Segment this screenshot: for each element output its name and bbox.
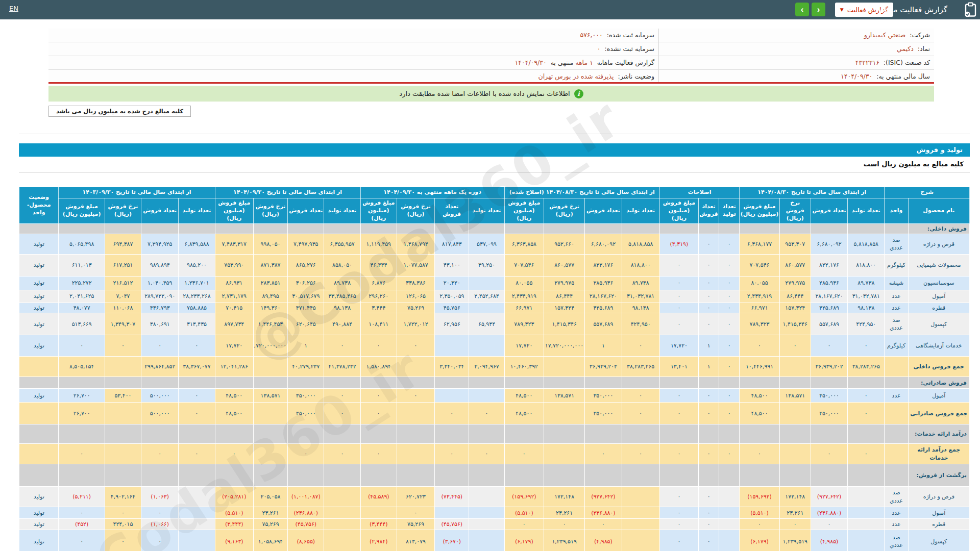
table-cell: ۲۷۹,۹۷۵ xyxy=(544,276,584,290)
table-cell: ۳۱,۰۳۲,۷۸۱ xyxy=(848,290,885,303)
section-cell xyxy=(59,424,105,444)
cell-value: ۴۸,۵۰۰ xyxy=(226,410,242,417)
section-cell xyxy=(288,377,324,389)
section-cell xyxy=(544,377,584,389)
section-cell xyxy=(811,377,847,389)
unit-cell: عدد xyxy=(885,519,908,530)
cell-value: ۰ xyxy=(121,538,125,545)
table-cell: ۲۳,۲۶۱ xyxy=(544,507,584,519)
section-cell xyxy=(360,223,397,234)
section-cell xyxy=(811,464,847,487)
table-cell: (۵,۵۱۰) xyxy=(504,507,544,519)
status-cell xyxy=(19,357,59,377)
cell-value: (۴۵,۷۵۶) xyxy=(441,521,462,528)
section-cell xyxy=(253,424,287,444)
table-cell: ۹۵۳,۳۰۷ xyxy=(779,234,811,254)
table-cell: ۳۸,۳۶۷,۰۷۷ xyxy=(179,357,215,377)
cell-value: ۱,۴۱۵,۳۴۶ xyxy=(783,321,807,328)
section-cell xyxy=(215,424,253,444)
table-cell: ۱۰,۴۶۰,۳۹۲ xyxy=(504,357,544,377)
cell-value: ۱۲۶,۰۶۵ xyxy=(406,293,426,299)
table-cell: (۲۰۵,۲۸۱) xyxy=(215,487,253,507)
cell-value: ۱۷۲,۱۴۸ xyxy=(785,493,805,500)
cell-value: ۳۵۰,۰۰۰ xyxy=(296,410,316,417)
table-row: خدمات آزمایشگاهیکیلوگرم۰۰۰۰۰۱۱۷,۷۲۰۰۱۱۷,… xyxy=(19,335,970,357)
table-cell xyxy=(719,507,740,519)
cell-value: ۸۱۸,۸۰۰ xyxy=(631,262,651,268)
cell-value: ۳,۳۴۰,۰۳۴ xyxy=(439,363,464,370)
table-cell: ۰ xyxy=(360,403,397,424)
table-cell: ۱,۳۴۹,۳۰۷ xyxy=(105,313,141,335)
table-cell: ۰ xyxy=(59,507,105,519)
cell-value: ۰ xyxy=(341,342,344,349)
cell-value: ۶۶,۹۷۱ xyxy=(751,305,768,311)
previous-report-button[interactable]: ‹ xyxy=(795,3,809,16)
section-cell xyxy=(253,464,287,487)
next-report-button[interactable]: › xyxy=(812,3,825,16)
cell-value: ۷۵۳,۹۹۰ xyxy=(224,262,244,268)
table-cell: ۱۳,۴۰۱ xyxy=(659,357,698,377)
table-cell: ۵,۸۱۸,۸۵۸ xyxy=(848,234,885,254)
cell-value: ۱,۲۳۹,۵۱۹ xyxy=(552,538,576,545)
section-label: فروش داخلی: xyxy=(908,223,969,234)
section-cell xyxy=(719,424,740,444)
info-label: شرکت: xyxy=(910,31,930,39)
cell-value: (۱۵۹,۶۹۲) xyxy=(747,493,772,500)
unit-cell: صد عددي xyxy=(885,530,908,551)
table-cell: ۵,۸۱۸,۸۵۸ xyxy=(622,234,659,254)
cell-value: ۷۰۷,۵۴۶ xyxy=(514,262,534,268)
cell-value: ۸۶,۹۳۱ xyxy=(226,280,242,286)
col-group-sharh: شرح xyxy=(885,187,970,198)
table-cell: ۷۵,۲۶۹ xyxy=(397,303,434,313)
table-cell: ۸۱۳,۰۷۹ xyxy=(397,530,434,551)
table-cell: (۳,۴۴۴) xyxy=(215,519,253,530)
table-cell: ۳۵۰,۰۰۰ xyxy=(585,389,622,403)
table-cell: ۰ xyxy=(659,530,698,551)
table-cell: ۰ xyxy=(719,389,740,403)
cell-value: ۱۷۲,۱۴۸ xyxy=(554,493,574,500)
section-cell xyxy=(215,223,253,234)
unit-cell: صد عددي xyxy=(885,234,908,254)
company-info-row: سال مالي منتهي به: ۱۴۰۴/۰۹/۳۰وضعيت ناشر:… xyxy=(48,70,934,84)
cell-value: ۰ xyxy=(865,450,868,457)
company-info-cell: سرمايه ثبت نشده: ۰ xyxy=(48,42,658,56)
info-label: سرمايه ثبت شده: xyxy=(607,31,654,39)
table-cell: ۹۸,۱۳۸ xyxy=(848,303,885,313)
table-row: جمع درآمد ارائه خدمات۰۰۰۰۰۰۰۰۰۰۰۰۰۰۰۰۰۰ xyxy=(19,444,970,464)
status-cell: تولید xyxy=(19,276,59,290)
table-cell: ۰ xyxy=(622,403,659,424)
cell-value: ۲,۴۳۴,۹۱۹ xyxy=(747,293,772,299)
table-cell: (۴۵,۵۸۹) xyxy=(360,487,397,507)
table-cell: ۹۸,۱۳۸ xyxy=(622,303,659,313)
cell-value: ۱۱۰,۰۶۸ xyxy=(113,305,133,311)
cell-value: ۴۶,۴۴۴ xyxy=(370,262,387,268)
table-cell xyxy=(435,389,469,403)
col-header: نرخ فروش (ریال) xyxy=(253,198,287,224)
cell-value: (۹۲۷,۶۴۲) xyxy=(817,493,842,500)
language-toggle-en[interactable]: EN xyxy=(9,5,18,12)
table-cell: ۰ xyxy=(719,290,740,303)
cell-value: ۰ xyxy=(677,521,680,528)
table-cell: ۷۵۸,۸۸۵ xyxy=(179,303,215,313)
table-cell: ۴۲۴,۰۱۵ xyxy=(105,519,141,530)
cell-value: ۲۲۵,۲۷۲ xyxy=(72,280,92,286)
col-header: مبلغ فروش (میلیون ریال) xyxy=(59,198,105,224)
table-cell: ۳,۴۴۴ xyxy=(360,303,397,313)
table-cell: ۰ xyxy=(659,254,698,276)
cell-value: ۱۵۷,۳۲۴ xyxy=(554,305,574,311)
table-cell xyxy=(622,507,659,519)
table-cell: ۰ xyxy=(811,335,847,357)
cell-value: ۶,۸۷۶ xyxy=(372,280,385,286)
table-cell: (۱,۰۰۱,۰۸۷) xyxy=(288,487,324,507)
table-cell: ۰ xyxy=(699,303,719,313)
table-cell: (۳,۶۷۰) xyxy=(435,530,469,551)
company-info-row: کد صنعت (ISIC): ۴۳۲۲۳۱۶گزارش فعاليت ماها… xyxy=(48,56,934,70)
section-label: برگشت از فروش: xyxy=(908,464,969,487)
cell-value: (۴,۹۸۵) xyxy=(820,538,839,545)
cell-value: ۲۷۹,۹۷۵ xyxy=(554,280,574,286)
table-cell: ۶۲۰,۶۴۵ xyxy=(288,313,324,335)
cell-value: ۰ xyxy=(639,342,642,349)
table-cell: ۰ xyxy=(848,335,885,357)
table-cell xyxy=(779,403,811,424)
cell-value: (۹,۱۶۳) xyxy=(225,538,243,545)
